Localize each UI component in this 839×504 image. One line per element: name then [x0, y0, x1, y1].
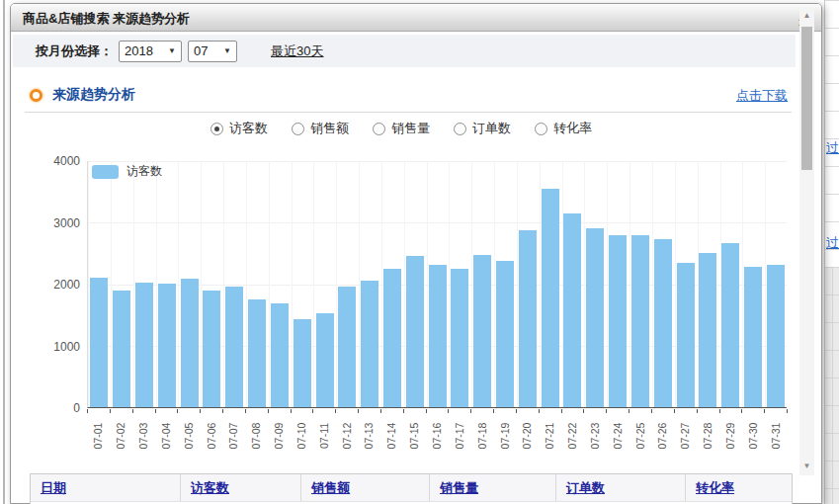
radio-button-icon[interactable] [454, 123, 466, 135]
bar [338, 287, 356, 408]
bar [563, 213, 581, 407]
dialog-body: 按月份选择： 2018 ▼ 07 ▼ 最近30天 来源趋势分析 点击下载 访客数 [11, 32, 821, 503]
dialog-titlebar[interactable]: 商品&店铺搜索 来源趋势分析 ✖ [11, 4, 821, 32]
bar-slot [494, 161, 517, 407]
metric-radio-group: 访客数 销售额 销售量 订单数 转化率 [11, 120, 792, 137]
bar [429, 265, 447, 407]
year-select[interactable]: 2018 ▼ [119, 41, 182, 62]
bar [361, 281, 378, 407]
bar-slot [607, 161, 629, 407]
x-axis-tick-label: 07-07 [227, 414, 239, 458]
scrollbar-thumb[interactable] [801, 27, 812, 170]
background-partial-link[interactable]: 过 [826, 139, 839, 157]
x-axis-tick-label: 07-14 [385, 414, 397, 458]
bar-slot [742, 161, 765, 407]
x-axis-ticks [87, 409, 788, 413]
bar [721, 243, 739, 407]
bar [225, 287, 243, 407]
download-link[interactable]: 点击下载 [736, 87, 788, 105]
bar-slot [426, 161, 449, 407]
scroll-up-icon[interactable]: ▲ [799, 9, 814, 23]
column-header-sales-volume[interactable]: 销售量 [430, 474, 556, 501]
bar [316, 313, 334, 407]
bar-slot [651, 161, 674, 407]
column-header-date[interactable]: 日期 [31, 474, 181, 501]
visitors-bar-chart: 40003000200010000 07-0107-0207-0307-0407… [25, 147, 794, 465]
x-axis-tick-label: 07-04 [160, 414, 172, 458]
x-axis-tick-label: 07-18 [476, 414, 488, 458]
plot-area [87, 161, 787, 408]
radio-button-icon[interactable] [292, 123, 304, 135]
bar [203, 291, 220, 407]
x-axis-tick-label: 07-29 [724, 414, 736, 458]
radio-label: 订单数 [472, 120, 511, 137]
bar [451, 269, 468, 407]
recent-30-days-link[interactable]: 最近30天 [271, 42, 323, 60]
radio-label: 访客数 [229, 120, 268, 137]
table-header-row: 日期 访客数 销售额 销售量 订单数 转化率 [31, 474, 792, 501]
radio-button-icon[interactable] [210, 123, 223, 135]
column-header-orders[interactable]: 订单数 [556, 474, 686, 501]
x-axis-tick-label: 07-17 [454, 414, 465, 458]
bar [767, 265, 785, 407]
background-page-strip: 过 过 [824, 0, 839, 504]
month-filter-bar: 按月份选择： 2018 ▼ 07 ▼ 最近30天 [13, 35, 796, 67]
chart-legend: 访客数 [92, 163, 162, 180]
bar-slot [381, 161, 404, 407]
background-partial-link[interactable]: 过 [826, 234, 839, 252]
bar [294, 319, 311, 407]
radio-conversion-rate[interactable]: 转化率 [535, 120, 592, 137]
x-axis-tick-label: 07-26 [656, 414, 668, 458]
month-select[interactable]: 07 ▼ [188, 41, 237, 62]
bar-slot [88, 161, 111, 407]
bar [473, 255, 491, 407]
bar-slot [449, 161, 471, 407]
radio-sales-amount[interactable]: 销售额 [292, 120, 349, 137]
bar [519, 230, 537, 407]
background-cell-divider [832, 267, 833, 504]
column-header-conversion[interactable]: 转化率 [686, 474, 792, 501]
y-axis-tick-label: 0 [25, 401, 80, 415]
page-left-border [3, 0, 5, 504]
column-header-visitors[interactable]: 访客数 [181, 474, 301, 501]
bar [248, 299, 266, 407]
bar-slot [336, 161, 359, 407]
x-axis-tick-label: 07-11 [318, 414, 330, 458]
bar-slot [764, 161, 787, 407]
bar-slot [313, 161, 336, 407]
bar-slot [246, 161, 269, 407]
legend-swatch [92, 165, 119, 179]
scroll-down-icon[interactable]: ▼ [799, 460, 814, 473]
radio-orders[interactable]: 订单数 [454, 120, 511, 137]
bar-slot [697, 161, 719, 407]
bar-slot [291, 161, 313, 407]
radio-sales-volume[interactable]: 销售量 [373, 120, 430, 137]
x-axis-tick-label: 07-15 [408, 414, 420, 458]
x-axis-tick-label: 07-16 [431, 414, 443, 458]
x-axis-tick-label: 07-13 [363, 414, 375, 458]
bar-slot [269, 161, 292, 407]
radio-visitors[interactable]: 访客数 [210, 120, 268, 137]
bar-slot [155, 161, 178, 407]
bar [699, 253, 716, 407]
column-header-sales-amount[interactable]: 销售额 [301, 474, 430, 501]
dialog-scrollbar[interactable]: ▲ ▼ [799, 7, 814, 475]
section-title: 来源趋势分析 [52, 86, 135, 104]
month-filter-label: 按月份选择： [36, 42, 113, 60]
x-axis-tick-label: 07-12 [341, 414, 353, 458]
x-axis-tick-label: 07-27 [679, 414, 691, 458]
bar-slot [674, 161, 697, 407]
x-axis-tick-label: 07-05 [183, 414, 195, 458]
bar [181, 279, 199, 407]
radio-button-icon[interactable] [373, 123, 385, 135]
bar [631, 235, 649, 407]
bar [654, 239, 672, 407]
bar [609, 235, 627, 407]
bar-slot [539, 161, 561, 407]
x-axis-tick-label: 07-31 [770, 414, 782, 458]
x-axis-tick-label: 07-01 [92, 414, 104, 458]
bar [406, 256, 424, 407]
x-axis-tick-label: 07-19 [499, 414, 511, 458]
radio-button-icon[interactable] [535, 123, 547, 135]
bar-slot [111, 161, 133, 407]
